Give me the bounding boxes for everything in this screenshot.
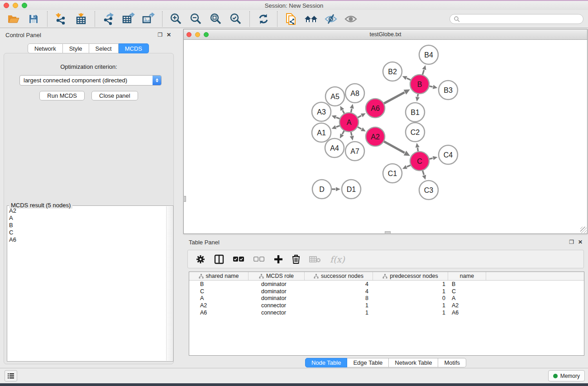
edge-A-A6[interactable] bbox=[358, 115, 361, 117]
result-item[interactable]: C bbox=[7, 229, 166, 236]
node-C1[interactable]: C1 bbox=[383, 164, 402, 183]
result-scrollbar[interactable] bbox=[166, 206, 172, 361]
node-B4[interactable]: B4 bbox=[419, 45, 438, 64]
home-networks-button[interactable] bbox=[304, 12, 318, 26]
node-A6[interactable]: A6 bbox=[366, 99, 385, 118]
node-D[interactable]: D bbox=[312, 180, 331, 199]
node-C[interactable]: C bbox=[410, 152, 429, 171]
canvas-left-handle[interactable] bbox=[183, 196, 186, 202]
optimization-criterion-select[interactable]: largest connected component (directed) bbox=[19, 75, 162, 86]
column-header-shared-name[interactable]: shared name bbox=[189, 272, 249, 280]
network-graph[interactable]: B4B2BB3A8A5A6A3B1AC2A1A2A4A7C4CC1C3DD1 bbox=[184, 40, 587, 234]
function-builder-button[interactable]: f(x) bbox=[330, 254, 345, 264]
export-image-button[interactable] bbox=[141, 12, 156, 26]
zoom-in-button[interactable] bbox=[169, 12, 183, 26]
edge-A6-B[interactable] bbox=[384, 92, 404, 103]
create-column-button[interactable] bbox=[274, 255, 283, 264]
edge-A-A2[interactable] bbox=[358, 127, 361, 129]
refresh-view-button[interactable] bbox=[256, 12, 271, 26]
edge-C-C4[interactable] bbox=[429, 158, 432, 159]
table-row[interactable]: A2connector11A2 bbox=[189, 302, 584, 309]
edge-B-B3[interactable] bbox=[430, 86, 433, 86]
float-table-panel-icon[interactable]: ❐ bbox=[569, 239, 574, 245]
import-table-button[interactable] bbox=[74, 12, 88, 26]
edge-A-A3[interactable] bbox=[336, 117, 340, 119]
tab-edge-table[interactable]: Edge Table bbox=[347, 358, 389, 367]
edge-A-A7[interactable] bbox=[351, 132, 352, 136]
edge-A-A4[interactable] bbox=[342, 131, 344, 134]
node-A4[interactable]: A4 bbox=[325, 138, 344, 157]
node-B2[interactable]: B2 bbox=[383, 62, 402, 81]
node-A7[interactable]: A7 bbox=[345, 142, 364, 161]
node-A1[interactable]: A1 bbox=[312, 123, 331, 142]
memory-button[interactable]: Memory bbox=[548, 370, 585, 381]
node-B1[interactable]: B1 bbox=[406, 103, 425, 122]
node-D1[interactable]: D1 bbox=[342, 180, 361, 199]
node-C2[interactable]: C2 bbox=[406, 123, 425, 142]
column-header-MCDS-role[interactable]: MCDS role bbox=[249, 272, 305, 280]
edge-C-C1[interactable] bbox=[407, 165, 411, 167]
table-row[interactable]: Bdominator41B bbox=[189, 281, 584, 288]
hide-graphics-button[interactable] bbox=[324, 12, 338, 26]
search-input[interactable] bbox=[460, 16, 579, 22]
duplicate-network-button[interactable] bbox=[284, 12, 298, 26]
export-table-button[interactable] bbox=[121, 12, 136, 26]
tab-select[interactable]: Select bbox=[89, 43, 119, 53]
edge-A2-C[interactable] bbox=[384, 142, 404, 153]
close-table-panel-icon[interactable]: ✕ bbox=[578, 239, 583, 245]
zoom-out-button[interactable] bbox=[189, 12, 203, 26]
result-item[interactable]: A2 bbox=[7, 207, 166, 214]
node-A8[interactable]: A8 bbox=[345, 84, 364, 103]
edge-A-A5[interactable] bbox=[343, 110, 344, 114]
tab-mcds[interactable]: MCDS bbox=[119, 43, 149, 53]
export-network-button[interactable] bbox=[101, 12, 116, 26]
result-item[interactable]: A6 bbox=[7, 236, 166, 243]
tab-node-table[interactable]: Node Table bbox=[305, 358, 348, 367]
table-row[interactable]: Adominator80A bbox=[189, 295, 584, 302]
edge-C-C3[interactable] bbox=[423, 171, 424, 175]
table-row[interactable]: A6connector11A6 bbox=[189, 309, 584, 316]
run-mcds-button[interactable]: Run MCDS bbox=[39, 91, 85, 100]
table-row[interactable]: Cdominator41C bbox=[189, 288, 584, 295]
save-session-button[interactable] bbox=[26, 12, 41, 26]
task-history-button[interactable] bbox=[5, 370, 17, 381]
tab-style[interactable]: Style bbox=[63, 43, 89, 53]
table-settings-button[interactable] bbox=[196, 255, 205, 264]
edge-A-A8[interactable] bbox=[351, 109, 352, 112]
zoom-fit-button[interactable] bbox=[209, 12, 223, 26]
edge-B-B1[interactable] bbox=[418, 94, 418, 97]
node-table[interactable]: shared nameMCDS rolesuccessor nodesprede… bbox=[189, 272, 584, 356]
edge-B-B4[interactable] bbox=[422, 70, 424, 75]
close-panel-icon[interactable]: ✕ bbox=[167, 32, 171, 38]
import-network-button[interactable] bbox=[54, 12, 68, 26]
result-item[interactable]: A bbox=[7, 214, 166, 222]
column-header-predecessor-nodes[interactable]: predecessor nodes bbox=[373, 272, 448, 280]
node-A[interactable]: A bbox=[339, 113, 359, 132]
network-canvas[interactable]: B4B2BB3A8A5A6A3B1AC2A1A2A4A7C4CC1C3DD1 bbox=[184, 40, 587, 234]
column-header-successor-nodes[interactable]: successor nodes bbox=[305, 272, 373, 280]
show-column-panel-button[interactable] bbox=[214, 254, 224, 264]
canvas-bottom-handle[interactable] bbox=[385, 231, 391, 234]
float-panel-icon[interactable]: ❐ bbox=[158, 32, 163, 38]
close-panel-button[interactable]: Close panel bbox=[91, 91, 138, 100]
column-header-name[interactable]: name bbox=[448, 272, 486, 280]
node-B3[interactable]: B3 bbox=[439, 81, 458, 100]
unselect-all-columns-button[interactable] bbox=[253, 257, 265, 262]
node-A2[interactable]: A2 bbox=[366, 127, 385, 146]
tab-motifs[interactable]: Motifs bbox=[438, 358, 466, 367]
open-session-button[interactable] bbox=[6, 12, 21, 26]
tab-network-table[interactable]: Network Table bbox=[389, 358, 438, 367]
edge-C-C2[interactable] bbox=[417, 148, 418, 152]
select-all-columns-button[interactable] bbox=[233, 257, 244, 262]
tab-network[interactable]: Network bbox=[28, 43, 63, 53]
network-window-titlebar[interactable]: testGlobe.txt bbox=[184, 29, 587, 40]
edge-B-B2[interactable] bbox=[407, 78, 411, 80]
window-resize-grip[interactable] bbox=[580, 227, 587, 233]
zoom-selected-button[interactable] bbox=[229, 12, 243, 26]
edge-A-A1[interactable] bbox=[336, 126, 340, 127]
show-graphics-button[interactable] bbox=[344, 12, 358, 26]
delete-column-button[interactable] bbox=[292, 254, 300, 264]
mcds-result-list[interactable]: A2ABCA6 bbox=[7, 207, 166, 361]
node-C4[interactable]: C4 bbox=[439, 145, 458, 164]
delete-table-button[interactable] bbox=[309, 256, 321, 263]
